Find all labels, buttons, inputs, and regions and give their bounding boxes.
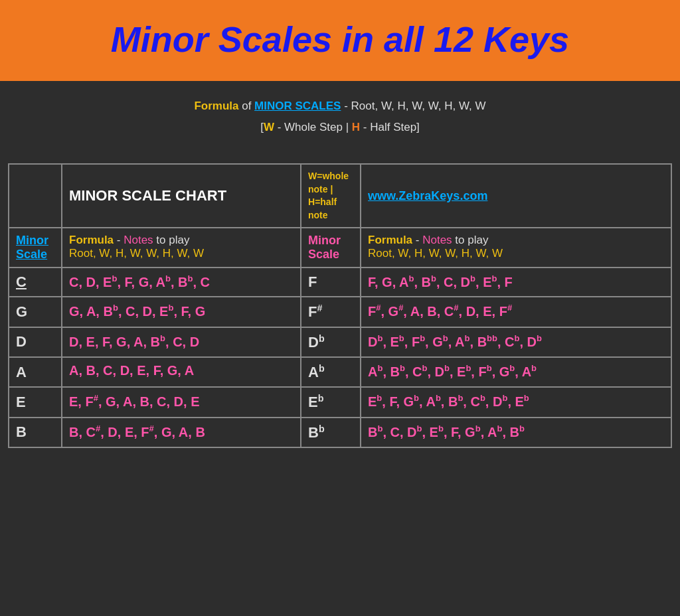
- label-formula-left: Formula - Notes to play Root, W, H, W, W…: [62, 228, 301, 268]
- w-header: W: [308, 171, 317, 181]
- key-ab: Ab: [301, 357, 361, 387]
- table-row: G G, A, Bb, C, D, Eb, F, G F# F#, G#, A,…: [9, 297, 671, 327]
- formula-section: Formula of MINOR SCALES - Root, W, H, W,…: [0, 81, 680, 157]
- notes-label-right: Notes: [422, 234, 452, 246]
- notes-bb: Bb, C, Db, Eb, F, Gb, Ab, Bb: [361, 418, 671, 447]
- formula-bold-left: Formula: [69, 234, 114, 246]
- notes-a: A, B, C, D, E, F, G, A: [62, 357, 301, 387]
- formula-of: of: [242, 100, 254, 112]
- minor-scales-link[interactable]: MINOR SCALES: [254, 100, 341, 112]
- page-title: Minor Scales in all 12 Keys: [13, 19, 667, 60]
- key-eb: Eb: [301, 387, 361, 417]
- notes-ab: Ab, Bb, Cb, Db, Eb, Fb, Gb, Ab: [361, 357, 671, 387]
- table-row: E E, F#, G, A, B, C, D, E Eb Eb, F, Gb, …: [9, 387, 671, 417]
- key-fsharp: F#: [301, 297, 361, 327]
- table-row: C C, D, Eb, F, G, Ab, Bb, C F F, G, Ab, …: [9, 268, 671, 297]
- to-play-left: to play: [156, 234, 189, 246]
- notes-g: G, A, Bb, C, D, Eb, F, G: [62, 297, 301, 327]
- notes-e: E, F#, G, A, B, C, D, E: [62, 387, 301, 417]
- key-a: A: [9, 357, 62, 387]
- key-g: G: [9, 297, 62, 327]
- notes-eb: Eb, F, Gb, Ab, Bb, Cb, Db, Eb: [361, 387, 671, 417]
- label-formula-right: Formula - Notes to play Root, W, H, W, W…: [361, 228, 671, 268]
- scale-table: MINOR SCALE CHART W=whole note | H=half …: [8, 163, 672, 448]
- table-row: A A, B, C, D, E, F, G, A Ab Ab, Bb, Cb, …: [9, 357, 671, 387]
- notes-db: Db, Eb, Fb, Gb, Ab, Bbb, Cb, Db: [361, 327, 671, 357]
- key-db: Db: [301, 327, 361, 357]
- table-row: D D, E, F, G, A, Bb, C, D Db Db, Eb, Fb,…: [9, 327, 671, 357]
- label-minor-scale-left: MinorScale: [9, 228, 62, 268]
- key-bb: Bb: [301, 418, 361, 447]
- notes-d: D, E, F, G, A, Bb, C, D: [62, 327, 301, 357]
- header-cell-chart-title: MINOR SCALE CHART: [62, 164, 301, 228]
- formula-sequence-left: Root, W, H, W, W, H, W, W: [69, 247, 204, 260]
- notes-f: F, G, Ab, Bb, C, Db, Eb, F: [361, 268, 671, 297]
- header-cell-formula: W=whole note | H=half note: [301, 164, 361, 228]
- header-cell-empty: [9, 164, 62, 228]
- table-header-row: MINOR SCALE CHART W=whole note | H=half …: [9, 164, 671, 228]
- w-label: W: [264, 121, 274, 133]
- h-header: H: [308, 196, 315, 207]
- formula-bold-right: Formula: [368, 234, 412, 246]
- key-b: B: [9, 418, 62, 447]
- formula-label: Formula: [194, 100, 238, 112]
- page-header: Minor Scales in all 12 Keys: [0, 0, 680, 81]
- half-step-text: - Half Step]: [363, 121, 420, 133]
- notes-label-left: Notes: [124, 234, 153, 246]
- header-cell-link[interactable]: www.ZebraKeys.com: [361, 164, 671, 228]
- table-label-row: MinorScale Formula - Notes to play Root,…: [9, 228, 671, 268]
- h-label: H: [352, 121, 360, 133]
- formula-notes-label-left: -: [117, 234, 124, 246]
- formula-sequence-right: Root, W, H, W, W, H, W, W: [368, 247, 503, 260]
- table-row: B B, C#, D, E, F#, G, A, B Bb Bb, C, Db,…: [9, 418, 671, 447]
- formula-notes-label-right: -: [416, 234, 422, 246]
- key-e: E: [9, 387, 62, 417]
- notes-fsharp: F#, G#, A, B, C#, D, E, F#: [361, 297, 671, 327]
- label-minor-scale-right: Minor Scale: [301, 228, 361, 268]
- scale-table-container: MINOR SCALE CHART W=whole note | H=half …: [0, 157, 680, 461]
- notes-b: B, C#, D, E, F#, G, A, B: [62, 418, 301, 447]
- key-f: F: [301, 268, 361, 297]
- notes-c: C, D, Eb, F, G, Ab, Bb, C: [62, 268, 301, 297]
- formula-line1: Formula of MINOR SCALES - Root, W, H, W,…: [13, 100, 667, 113]
- formula-line2: [W - Whole Step | H - Half Step]: [13, 121, 667, 134]
- formula-rest: - Root, W, H, W, W, H, W, W: [344, 100, 485, 112]
- to-play-right: to play: [455, 234, 488, 246]
- key-d: D: [9, 327, 62, 357]
- whole-step-text: - Whole Step |: [278, 121, 352, 133]
- key-c: C: [9, 268, 62, 297]
